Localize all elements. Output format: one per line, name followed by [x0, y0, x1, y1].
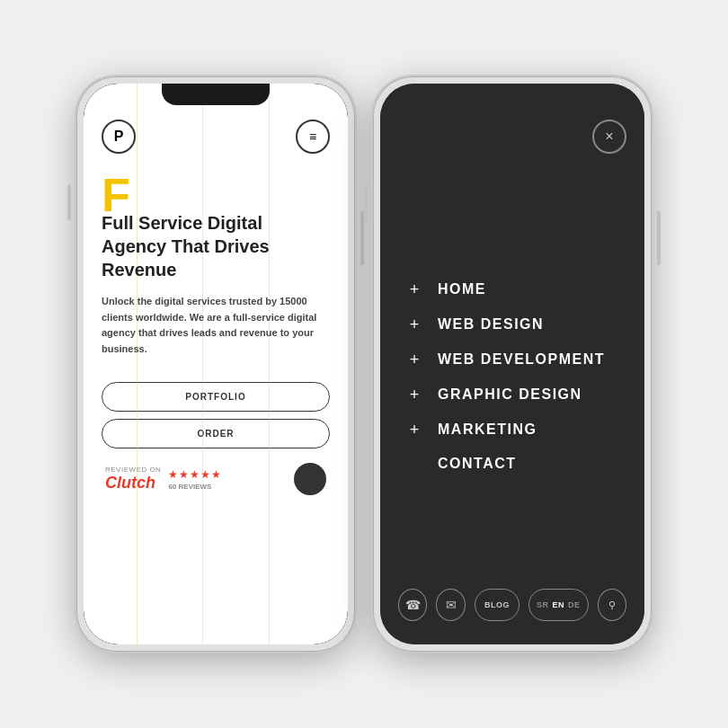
hero-description: Unlock the digital services trusted by 1… [102, 294, 330, 357]
left-phone: P ≡ F Full Service Digital Agency That D… [76, 76, 355, 652]
link-icon: ⚲ [608, 599, 616, 611]
nav-label-graphic: GRAPHIC DESIGN [438, 386, 582, 403]
star-rating: ★★★★★ [168, 468, 222, 481]
hamburger-icon: ≡ [309, 129, 316, 144]
clutch-avatar [294, 463, 326, 495]
phone-icon-button[interactable]: ☎ [398, 589, 427, 621]
nav-item-web-dev[interactable]: + WEB DEVELOPMENT [398, 345, 626, 375]
stars-column: ★★★★★ 60 REVIEWS [168, 468, 222, 491]
order-button[interactable]: ORDER [102, 419, 330, 448]
language-switcher[interactable]: SR EN DE [528, 589, 589, 621]
right-content: × + HOME + WEB DESIGN [380, 84, 644, 644]
clutch-c: C [105, 474, 117, 492]
nav-label-contact: CONTACT [438, 456, 517, 472]
reviews-count: 60 REVIEWS [168, 483, 222, 491]
right-phone: × + HOME + WEB DESIGN [373, 76, 652, 652]
clutch-section: REVIEWED ON Clutch ★★★★★ 60 REVIEWS [102, 463, 330, 495]
lang-en[interactable]: EN [552, 600, 564, 609]
blog-icon: BLOG [484, 600, 510, 609]
menu-button[interactable]: ≡ [296, 120, 330, 154]
email-icon: ✉ [446, 598, 457, 612]
lang-sr[interactable]: SR [537, 600, 549, 609]
bottom-icons: ☎ ✉ BLOG SR EN DE [398, 580, 626, 630]
nav-item-home[interactable]: + HOME [398, 275, 626, 305]
close-icon: × [605, 129, 613, 145]
lang-de[interactable]: DE [568, 600, 581, 609]
email-icon-button[interactable]: ✉ [436, 589, 465, 621]
right-screen: × + HOME + WEB DESIGN [380, 84, 644, 644]
nav-plus-web-dev: + [405, 351, 423, 369]
link-icon-button[interactable]: ⚲ [598, 589, 626, 621]
blog-button[interactable]: BLOG [475, 589, 519, 621]
logo-button[interactable]: P [102, 120, 136, 154]
nav-item-graphic[interactable]: + GRAPHIC DESIGN [398, 380, 626, 410]
notch-left [162, 84, 270, 105]
nav-item-web-design[interactable]: + WEB DESIGN [398, 310, 626, 340]
close-button[interactable]: × [592, 120, 626, 154]
portfolio-button[interactable]: PORTFOLIO [102, 382, 330, 412]
logo-icon: P [114, 129, 124, 145]
nav-label-web-dev: WEB DEVELOPMENT [438, 351, 605, 368]
nav-label-home: HOME [438, 281, 486, 297]
nav-item-marketing[interactable]: + MARKETING [398, 415, 626, 445]
nav-label-web-design: WEB DESIGN [438, 316, 544, 333]
nav-plus-marketing: + [405, 421, 423, 439]
nav-plus-web-design: + [405, 315, 423, 334]
phones-container: P ≡ F Full Service Digital Agency That D… [76, 76, 652, 652]
right-header: × [398, 120, 626, 154]
clutch-text: REVIEWED ON Clutch [105, 466, 161, 493]
left-content: P ≡ F Full Service Digital Agency That D… [84, 84, 348, 644]
hero-section: F Full Service Digital Agency That Drive… [102, 172, 330, 371]
nav-label-marketing: MARKETING [438, 422, 537, 438]
nav-menu: + HOME + WEB DESIGN + WEB DEVELOPMENT [398, 172, 626, 580]
reviewed-on-label: REVIEWED ON [105, 466, 161, 474]
left-screen: P ≡ F Full Service Digital Agency That D… [84, 84, 348, 644]
left-header: P ≡ [102, 120, 330, 154]
phone-icon: ☎ [405, 598, 421, 612]
clutch-name: lutch [117, 474, 155, 492]
nav-plus-graphic: + [405, 386, 423, 404]
notch-right [458, 84, 566, 105]
clutch-logo: Clutch [105, 474, 161, 493]
nav-item-contact[interactable]: CONTACT [398, 450, 626, 477]
hero-title: Full Service Digital Agency That Drives … [102, 211, 330, 281]
nav-plus-home: + [405, 280, 423, 299]
